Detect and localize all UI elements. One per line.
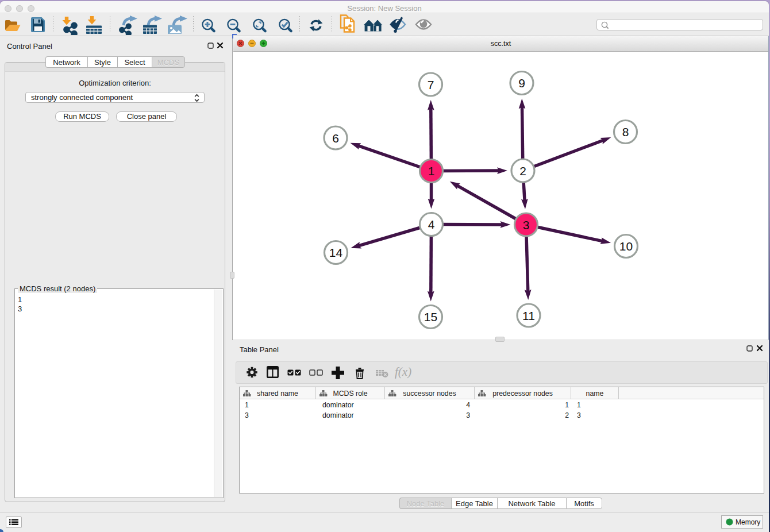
svg-text:6: 6 (332, 132, 339, 145)
svg-text:1: 1 (428, 164, 435, 178)
svg-text:4: 4 (428, 218, 435, 231)
svg-text:10: 10 (619, 240, 633, 253)
svg-text:8: 8 (622, 125, 629, 138)
svg-text:3: 3 (523, 218, 530, 232)
svg-text:2: 2 (519, 164, 526, 178)
svg-text:7: 7 (428, 78, 434, 91)
svg-text:11: 11 (522, 309, 535, 322)
svg-text:15: 15 (424, 310, 437, 323)
svg-text:9: 9 (518, 76, 525, 90)
svg-text:14: 14 (329, 246, 343, 259)
